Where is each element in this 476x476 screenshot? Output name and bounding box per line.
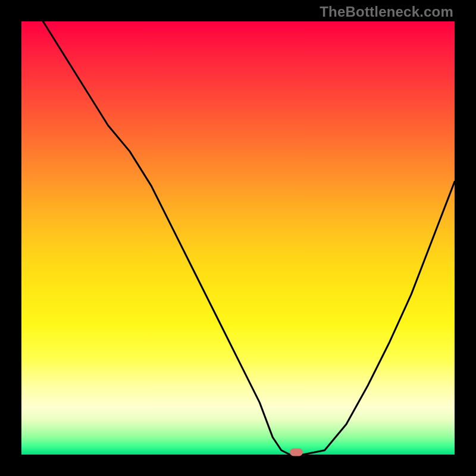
chart-frame: TheBottleneck.com bbox=[0, 0, 476, 476]
optimal-marker bbox=[290, 449, 303, 456]
bottleneck-curve bbox=[43, 21, 455, 455]
watermark-text: TheBottleneck.com bbox=[320, 4, 453, 20]
curve-svg bbox=[21, 21, 455, 455]
plot-area bbox=[21, 21, 455, 455]
